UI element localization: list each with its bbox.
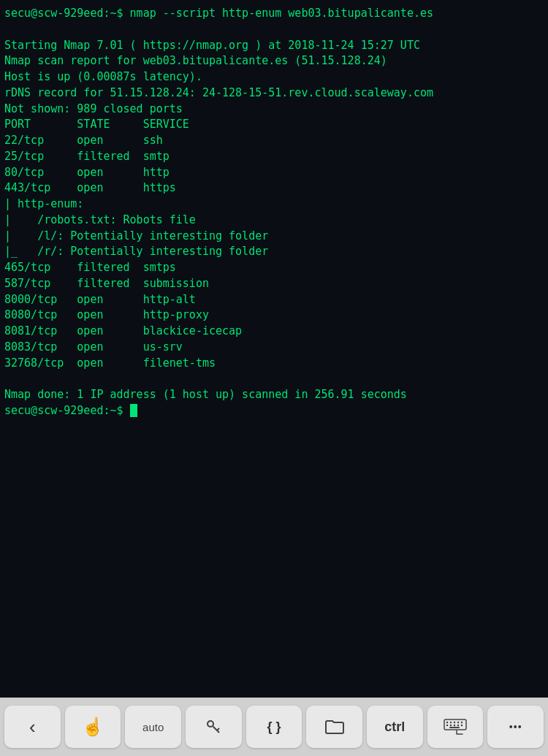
braces-icon: { } <box>267 720 281 733</box>
ctrl-button[interactable]: ctrl <box>367 706 423 748</box>
toolbar: ‹ ☝ auto { } ctrl <box>0 698 548 756</box>
touch-button[interactable]: ☝ <box>65 706 121 748</box>
back-button[interactable]: ‹ <box>4 706 61 748</box>
touch-icon: ☝ <box>82 718 104 736</box>
svg-point-0 <box>208 721 213 727</box>
keyboard-icon <box>444 719 467 735</box>
auto-label: auto <box>142 721 164 733</box>
back-icon: ‹ <box>29 717 36 736</box>
terminal-screen: secu@scw-929eed:~$ nmap --script http-en… <box>0 0 548 698</box>
auto-button[interactable]: auto <box>125 706 181 748</box>
braces-button[interactable]: { } <box>246 706 302 748</box>
ctrl-label: ctrl <box>384 719 405 735</box>
terminal-cursor <box>130 404 137 417</box>
terminal-output: secu@scw-929eed:~$ nmap --script http-en… <box>4 6 544 419</box>
folder-button[interactable] <box>306 706 362 748</box>
svg-line-2 <box>217 728 219 730</box>
more-button[interactable]: ••• <box>487 706 544 748</box>
folder-icon <box>324 719 345 735</box>
more-icon: ••• <box>509 722 522 732</box>
keyboard-button[interactable] <box>427 706 484 748</box>
key-icon <box>205 718 222 736</box>
key-button[interactable] <box>186 706 242 748</box>
